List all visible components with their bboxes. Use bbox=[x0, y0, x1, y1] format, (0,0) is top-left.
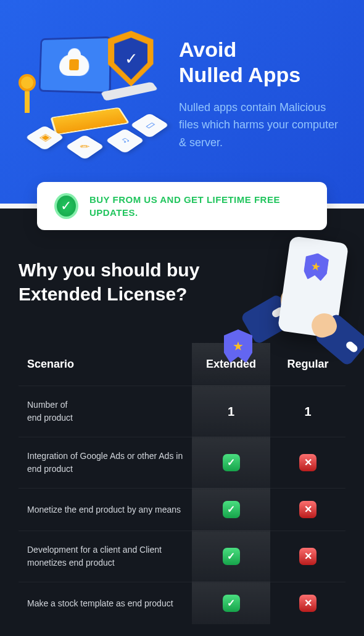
key-icon bbox=[19, 74, 37, 111]
phone-hand-illustration: ★ bbox=[241, 239, 364, 357]
license-section: Why you should buy Extended License? ★ ★… bbox=[0, 209, 364, 636]
hero-title: Avoid Nulled Apps bbox=[179, 37, 345, 88]
extended-cell: 1 bbox=[192, 386, 270, 437]
note-cube-icon: ✎ bbox=[65, 134, 105, 160]
table-row: Number of end product11 bbox=[19, 386, 345, 437]
check-icon: ✓ bbox=[223, 595, 240, 612]
scenario-cell: Number of end product bbox=[19, 386, 192, 437]
cloud-lock-icon bbox=[59, 54, 89, 75]
regular-cell: ✕ bbox=[270, 437, 345, 489]
header-regular: Regular bbox=[270, 343, 345, 386]
scenario-cell: Development for a client and Client mone… bbox=[19, 531, 192, 582]
extended-cell: ✓ bbox=[192, 531, 270, 582]
check-icon: ✓ bbox=[223, 548, 240, 565]
check-icon: ✓ bbox=[223, 501, 240, 518]
scenario-cell: Monetize the end product by any means bbox=[19, 489, 192, 531]
extended-value: 1 bbox=[228, 405, 234, 418]
table-row: Monetize the end product by any means✓✕ bbox=[19, 489, 345, 531]
table-row: Development for a client and Client mone… bbox=[19, 531, 345, 582]
monitor-icon bbox=[39, 36, 112, 94]
shield-icon: ✓ bbox=[108, 30, 153, 87]
promo-badge: ✓ BUY FROM US AND GET LIFETIME FREE UPDA… bbox=[37, 182, 327, 230]
comparison-table: Scenario Extended Regular Number of end … bbox=[19, 343, 345, 624]
regular-cell: ✕ bbox=[270, 489, 345, 531]
cross-icon: ✕ bbox=[299, 595, 316, 612]
check-icon: ✓ bbox=[223, 454, 240, 471]
regular-cell: ✕ bbox=[270, 531, 345, 582]
scenario-cell: Integration of Google Ads or other Ads i… bbox=[19, 437, 192, 489]
verified-check-icon: ✓ bbox=[54, 193, 78, 219]
regular-cell: 1 bbox=[270, 386, 345, 437]
cross-icon: ✕ bbox=[299, 454, 316, 471]
award-ribbon-icon: ★ bbox=[302, 252, 329, 282]
regular-value: 1 bbox=[304, 405, 311, 418]
extended-cell: ✓ bbox=[192, 489, 270, 531]
cross-icon: ✕ bbox=[299, 501, 316, 518]
music-cube-icon: ♫ bbox=[105, 128, 145, 154]
security-illustration: ✓ ▣ ✎ ♫ ▭ bbox=[19, 25, 167, 154]
hero-description: Nulled apps contain Malicious files whic… bbox=[179, 99, 345, 152]
keyboard-icon bbox=[50, 107, 130, 136]
comparison-table-wrap: ★ Scenario Extended Regular Number of en… bbox=[19, 343, 345, 624]
header-scenario: Scenario bbox=[19, 343, 192, 386]
scenario-cell: Make a stock template as end product bbox=[19, 582, 192, 625]
extended-cell: ✓ bbox=[192, 437, 270, 489]
table-row: Integration of Google Ads or other Ads i… bbox=[19, 437, 345, 489]
promo-text: BUY FROM US AND GET LIFETIME FREE UPDATE… bbox=[89, 193, 310, 219]
cross-icon: ✕ bbox=[299, 548, 316, 565]
regular-cell: ✕ bbox=[270, 582, 345, 625]
table-row: Make a stock template as end product✓✕ bbox=[19, 582, 345, 625]
license-title: Why you should buy Extended License? bbox=[19, 258, 241, 306]
extended-cell: ✓ bbox=[192, 582, 270, 625]
hero-section: ✓ ▣ ✎ ♫ ▭ Avoid Nulled Apps Nulled apps … bbox=[0, 0, 364, 204]
